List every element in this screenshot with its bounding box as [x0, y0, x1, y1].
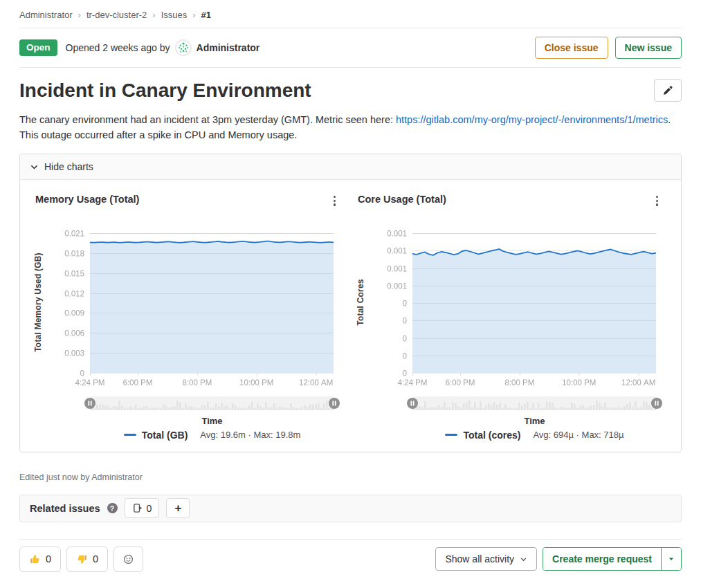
caret-down-icon — [668, 555, 675, 562]
status-badge: Open — [19, 39, 57, 56]
activity-filter-label: Show all activity — [445, 553, 514, 564]
breadcrumb-separator-icon: › — [192, 10, 195, 20]
create-merge-request-caret-button[interactable] — [661, 548, 681, 570]
legend-stats: Avg: 694µ · Max: 718µ — [533, 430, 623, 440]
activity-filter-dropdown[interactable]: Show all activity — [435, 547, 537, 571]
memory-usage-chart-canvas[interactable] — [45, 225, 334, 389]
x-axis-title: Time — [412, 416, 657, 426]
issue-description: The canary environment had an incident a… — [19, 113, 682, 143]
thumbs-down-count: 0 — [93, 553, 98, 564]
smiley-icon — [123, 553, 134, 565]
thumbs-down-icon — [76, 553, 88, 565]
pencil-icon — [662, 85, 673, 96]
charts-container: Memory Usage (Total) Total Memory Used (… — [20, 180, 681, 452]
chart-title: Memory Usage (Total) — [35, 194, 139, 205]
breadcrumb-current-issue: #1 — [201, 10, 211, 20]
y-axis-title: Total Memory Used (GB) — [33, 232, 44, 373]
slider-handle-left-icon[interactable] — [407, 398, 418, 409]
breadcrumb-group[interactable]: Administrator — [19, 10, 73, 20]
slider-track[interactable] — [412, 396, 657, 410]
page-title: Incident in Canary Environment — [19, 79, 654, 102]
metrics-link[interactable]: https://gitlab.com/my-org/my-project/-/e… — [396, 114, 668, 125]
time-range-slider — [90, 396, 334, 410]
add-related-issue-button[interactable]: + — [166, 498, 190, 518]
divider — [19, 67, 682, 68]
slider-track[interactable] — [90, 396, 334, 410]
legend-stats: Avg: 19.6m · Max: 19.8m — [200, 430, 300, 440]
chart-kebab-menu-icon[interactable] — [652, 194, 662, 208]
core-usage-chart-canvas[interactable] — [367, 225, 657, 389]
issue-page: Administrator › tr-dev-cluster-2 › Issue… — [0, 0, 701, 572]
thumbs-up-count: 0 — [46, 553, 51, 564]
title-row: Incident in Canary Environment — [19, 79, 682, 102]
related-issues-count-value: 0 — [147, 503, 152, 514]
hide-charts-label: Hide charts — [44, 161, 93, 172]
breadcrumb-project[interactable]: tr-dev-cluster-2 — [87, 10, 147, 20]
x-axis-title: Time — [90, 416, 334, 426]
time-range-slider — [412, 396, 657, 410]
thumbs-up-icon — [29, 553, 41, 565]
chevron-down-icon — [30, 163, 39, 172]
legend-series-name: Total (GB) — [142, 430, 188, 441]
thumbs-down-button[interactable]: 0 — [66, 546, 108, 572]
hide-charts-toggle[interactable]: Hide charts — [20, 154, 681, 180]
thumbs-up-button[interactable]: 0 — [19, 546, 61, 572]
chart-kebab-menu-icon[interactable] — [329, 194, 340, 208]
chart-legend[interactable]: Total (cores) Avg: 694µ · Max: 718µ — [412, 430, 657, 441]
legend-series-name: Total (cores) — [463, 430, 520, 441]
slider-handle-right-icon[interactable] — [329, 398, 340, 409]
edit-title-button[interactable] — [654, 79, 682, 102]
slider-handle-right-icon[interactable] — [651, 398, 662, 409]
author-name[interactable]: Administrator — [197, 42, 260, 53]
avatar[interactable] — [175, 39, 192, 56]
chart-legend[interactable]: Total (GB) Avg: 19.6m · Max: 19.8m — [90, 430, 334, 441]
edited-note: Edited just now by Administrator — [19, 472, 682, 482]
new-issue-button[interactable]: New issue — [615, 37, 682, 59]
breadcrumb-separator-icon: › — [152, 10, 155, 20]
help-icon[interactable]: ? — [107, 503, 118, 513]
y-axis-title: Total Cores — [355, 232, 366, 373]
related-issues-card: Related issues ? 0 + — [19, 495, 682, 522]
footer-actions-row: 0 0 Show all activity — [19, 546, 682, 572]
close-issue-button[interactable]: Close issue — [535, 37, 608, 59]
legend-swatch — [124, 434, 136, 437]
metrics-charts-panel: Hide charts Memory Usage (Total) Total M… — [19, 154, 682, 452]
opened-text: Opened 2 weeks ago by — [66, 42, 170, 53]
description-text: The canary environment had an incident a… — [19, 114, 396, 125]
create-merge-request-split-button: Create merge request — [543, 547, 682, 571]
issue-status-bar: Open Opened 2 weeks ago by — [19, 28, 682, 67]
divider — [19, 539, 682, 540]
breadcrumb: Administrator › tr-dev-cluster-2 › Issue… — [19, 0, 682, 28]
opened-meta: Opened 2 weeks ago by Administra — [66, 39, 260, 56]
chevron-down-icon — [520, 555, 527, 563]
memory-usage-chart: Memory Usage (Total) Total Memory Used (… — [35, 194, 340, 441]
add-reaction-button[interactable] — [113, 546, 143, 572]
core-usage-chart: Core Usage (Total) Total Cores Time Tota… — [358, 194, 662, 441]
issue-icon — [132, 503, 143, 513]
breadcrumb-issues[interactable]: Issues — [161, 10, 188, 20]
legend-swatch — [445, 434, 457, 437]
create-merge-request-button[interactable]: Create merge request — [543, 548, 661, 570]
related-issues-count: 0 — [125, 498, 160, 518]
chart-title: Core Usage (Total) — [358, 194, 446, 205]
related-issues-label: Related issues — [30, 503, 100, 514]
slider-handle-left-icon[interactable] — [84, 398, 95, 409]
breadcrumb-separator-icon: › — [78, 10, 81, 20]
